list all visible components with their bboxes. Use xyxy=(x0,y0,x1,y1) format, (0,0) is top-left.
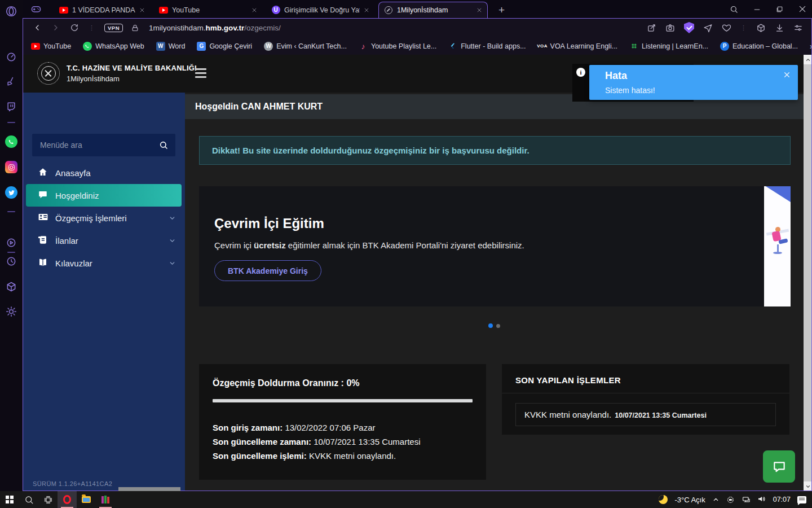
site-sidebar: Anasayfa Hoşgeldiniz Özgeçmiş İşlemleri … xyxy=(23,93,185,491)
task-view-icon[interactable] xyxy=(38,491,58,508)
sidebar-toggle-hamburger-icon[interactable] xyxy=(195,66,209,80)
adblock-shield-icon[interactable] xyxy=(684,22,694,33)
scroll-up-arrow[interactable] xyxy=(804,55,812,64)
chevron-down-icon xyxy=(169,214,176,222)
tab-title: 1Milyonİstihdam xyxy=(397,6,473,14)
taskbar-search-icon[interactable] xyxy=(19,491,38,508)
carousel-dot-active[interactable] xyxy=(488,323,493,328)
browser-search-icon[interactable] xyxy=(730,5,738,14)
weather-moon-icon[interactable] xyxy=(659,495,668,504)
bookmark-learnenglish[interactable]: Listening | LearnEn... xyxy=(629,42,708,51)
scroll-icon xyxy=(38,235,48,247)
instagram-icon[interactable] xyxy=(5,160,18,174)
bookmark-voa[interactable]: VOAVOA Learning Engli... xyxy=(538,42,618,51)
bookmark-word[interactable]: WWord xyxy=(156,42,186,51)
tab-close-icon[interactable] xyxy=(364,7,369,13)
url-text[interactable]: 1milyonistihdam.hmb.gov.tr/ozgecmis/ xyxy=(149,24,281,32)
bookmarks-overflow-chevron[interactable]: » xyxy=(810,42,812,51)
window-minimize-button[interactable] xyxy=(753,6,761,13)
menu-search-input[interactable] xyxy=(32,141,159,150)
gx-games-icon[interactable] xyxy=(30,3,42,15)
bookmark-youtube[interactable]: YouTube xyxy=(31,42,71,51)
tab-close-icon[interactable] xyxy=(139,7,145,13)
bookmark-youtube-playlist[interactable]: ♪Youtube Playlist Le... xyxy=(359,42,436,51)
scroll-down-arrow[interactable] xyxy=(804,481,812,491)
start-button[interactable] xyxy=(0,491,19,508)
bookmark-heart-icon[interactable] xyxy=(722,23,731,33)
bookmarks-bar: YouTube WhatsApp Web WWord GGoogle Çevir… xyxy=(23,37,812,55)
ministry-emblem-icon xyxy=(37,62,60,85)
tab-udemy[interactable]: U Girişimcilik Ve Doğru Yatırım xyxy=(266,2,374,18)
twitch-icon[interactable] xyxy=(5,100,18,113)
page-scrollbar[interactable] xyxy=(804,55,812,491)
window-maximize-button[interactable] xyxy=(776,6,783,13)
player-icon[interactable] xyxy=(5,236,18,249)
window-close-button[interactable] xyxy=(798,5,806,13)
meet-now-icon[interactable] xyxy=(726,496,735,504)
word-icon: W xyxy=(156,42,165,51)
sidebar-item-anasayfa[interactable]: Anasayfa xyxy=(23,161,185,184)
tab-pandas[interactable]: 1 VİDEODA PANDAS KÜTÜP xyxy=(54,2,150,18)
horizontal-scrollbar-thumb[interactable] xyxy=(118,487,180,491)
bookmark-whatsapp-web[interactable]: WhatsApp Web xyxy=(83,42,144,51)
bookmark-education[interactable]: PEducation – Global... xyxy=(720,42,798,51)
taskbar-winrar-icon[interactable] xyxy=(96,491,115,508)
cv-progress-card: Özgeçmiş Doldurma Oranınız : 0% Son giri… xyxy=(199,364,486,480)
edit-bookmark-icon[interactable] xyxy=(647,23,656,33)
weather-text[interactable]: -3°C Açık xyxy=(674,496,705,504)
easy-setup-sliders-icon[interactable] xyxy=(793,23,803,33)
taskbar-file-explorer-icon[interactable] xyxy=(77,491,96,508)
divider xyxy=(7,252,15,253)
sidebar-item-ilanlar[interactable]: İlanlar xyxy=(23,229,185,252)
reload-button[interactable] xyxy=(70,23,79,32)
divider xyxy=(7,211,15,212)
toast-close-icon[interactable] xyxy=(783,71,791,78)
downloads-icon[interactable] xyxy=(775,23,784,33)
carousel-dot[interactable] xyxy=(496,324,500,328)
bookmark-google-translate[interactable]: GGoogle Çeviri xyxy=(197,42,252,51)
network-icon[interactable] xyxy=(742,495,751,504)
lock-icon[interactable] xyxy=(131,24,139,32)
vpn-badge[interactable]: VPN xyxy=(104,24,123,32)
main-content: Hoşgeldin CAN AHMET KURT Dikkat! Bu site… xyxy=(185,93,804,491)
new-tab-button[interactable]: + xyxy=(498,4,505,16)
cv-row: Son güncelleme işlemi: KVKK metni onayla… xyxy=(213,449,473,463)
tab-1milyonistihdam-active[interactable]: 1Milyonİstihdam xyxy=(378,2,488,18)
settings-gear-icon[interactable] xyxy=(5,305,18,318)
notice-alert: Dikkat! Bu site üzerinde doldurduğunuz ö… xyxy=(199,136,791,165)
bookmark-wordpress-site[interactable]: WEvim ‹ CanKurt Tech... xyxy=(264,42,347,51)
divider: ⋮ xyxy=(89,24,95,32)
history-icon[interactable] xyxy=(5,255,18,268)
back-button[interactable] xyxy=(33,23,42,32)
live-chat-button[interactable] xyxy=(763,450,795,483)
taskbar-opera-icon[interactable] xyxy=(58,491,77,508)
flow-send-icon[interactable] xyxy=(703,23,713,33)
speed-dial-icon[interactable] xyxy=(5,50,18,64)
tab-close-icon[interactable] xyxy=(251,7,257,13)
sidebar-cube-icon[interactable] xyxy=(756,23,766,33)
sidebar-item-ozgecmis-islemleri[interactable]: Özgeçmiş İşlemleri xyxy=(23,207,185,229)
snapshot-camera-icon[interactable] xyxy=(665,23,675,33)
site-version: SÜRÜM 1.1.26+A1141CA2 xyxy=(33,480,112,487)
error-toast[interactable]: Hata Sistem hatası! xyxy=(589,65,798,100)
cleaner-icon[interactable] xyxy=(5,75,18,89)
dots-grid-icon xyxy=(629,42,638,51)
tab-close-icon[interactable] xyxy=(476,7,482,13)
opera-logo-icon[interactable] xyxy=(5,5,18,18)
sidebar-item-hosgeldiniz[interactable]: Hoşgeldiniz xyxy=(26,184,182,207)
btk-akademi-button[interactable]: BTK Akademiye Giriş xyxy=(214,260,321,281)
tray-chevron-up-icon[interactable] xyxy=(712,496,720,503)
volume-icon[interactable] xyxy=(757,494,766,505)
tab-youtube[interactable]: YouTube xyxy=(154,2,262,18)
search-icon[interactable] xyxy=(159,141,168,150)
forward-button[interactable] xyxy=(51,23,60,32)
extensions-cube-icon[interactable] xyxy=(5,280,18,294)
sidebar-item-kilavuzlar[interactable]: Kılavuzlar xyxy=(23,252,185,274)
twitter-icon[interactable] xyxy=(5,186,18,199)
clock-time[interactable]: 07:07 xyxy=(773,496,791,503)
whatsapp-icon[interactable] xyxy=(5,135,18,148)
cv-card-title: Özgeçmiş Doldurma Oranınız : 0% xyxy=(213,378,473,388)
bookmark-flutter[interactable]: Flutter - Build apps... xyxy=(448,42,526,51)
action-center-icon[interactable] xyxy=(797,496,806,503)
menu-search-box[interactable] xyxy=(32,134,175,156)
